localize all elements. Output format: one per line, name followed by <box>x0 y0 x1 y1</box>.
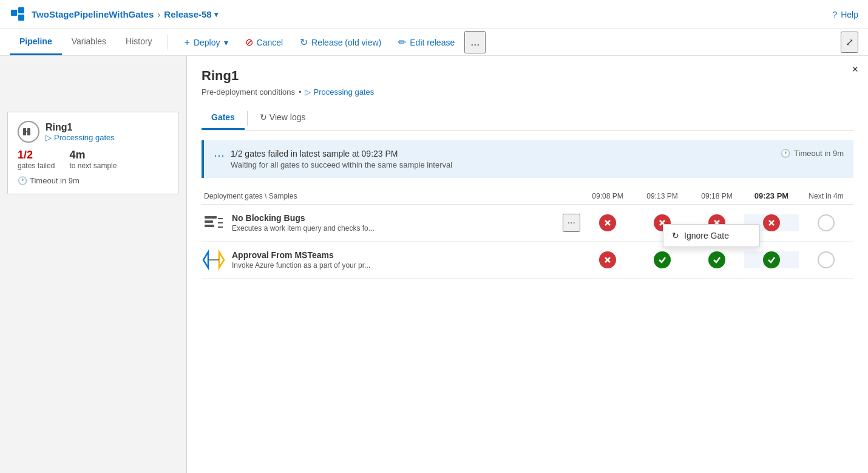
panel-subtitle: Pre-deployment conditions • ▷ Processing… <box>202 87 853 97</box>
no-blocking-bugs-next <box>799 214 853 231</box>
loading-spinner-icon: ⋯ <box>214 149 225 162</box>
approval-msteams-status-0 <box>580 251 635 268</box>
subtitle-dot: • <box>299 87 302 97</box>
fail-icon <box>599 251 616 268</box>
tab-divider <box>247 111 248 126</box>
approval-msteams-desc: Invoke Azure function as a part of your … <box>232 261 556 270</box>
processing-gates-link[interactable]: ▷ Processing gates <box>305 87 374 97</box>
pending-icon <box>818 251 835 268</box>
tab-variables[interactable]: Variables <box>62 29 116 55</box>
alert-content: ⋯ 1/2 gates failed in latest sample at 0… <box>214 149 452 169</box>
no-blocking-bugs-name: No Blocking Bugs <box>232 213 563 223</box>
stage-card: Ring1 ▷ Processing gates 1/2 gates faile… <box>7 112 179 194</box>
alert-box: ⋯ 1/2 gates failed in latest sample at 0… <box>202 140 853 178</box>
deploy-button[interactable]: + Deploy ▾ <box>177 33 236 52</box>
left-panel: Ring1 ▷ Processing gates 1/2 gates faile… <box>0 56 187 473</box>
processing-gates-link-icon: ▷ <box>305 87 311 97</box>
release-dropdown-icon: ▾ <box>214 10 218 19</box>
right-panel: × Ring1 Pre-deployment conditions • ▷ Pr… <box>187 56 868 473</box>
ignore-gate-menu-item[interactable]: ↻ Ignore Gate <box>663 225 759 247</box>
success-icon <box>654 251 671 268</box>
svg-rect-2 <box>18 15 24 21</box>
tab-history[interactable]: History <box>116 29 162 55</box>
success-icon <box>708 251 725 268</box>
gates-table-container: Deployment gates \ Samples 09:08 PM 09:1… <box>202 188 853 279</box>
help-button[interactable]: ? Help <box>832 10 858 19</box>
stage-status-link[interactable]: ▷ Processing gates <box>46 133 115 142</box>
approval-msteams-status-3 <box>744 251 799 268</box>
pre-deployment-text: Pre-deployment conditions <box>202 87 295 97</box>
no-blocking-bugs-info: No Blocking Bugs Executes a work item qu… <box>232 213 563 233</box>
help-icon: ? <box>832 10 837 19</box>
fail-icon <box>599 214 616 231</box>
stage-stats: 1/2 gates failed 4m to next sample <box>18 149 169 170</box>
approval-msteams-name: Approval From MSTeams <box>232 250 556 260</box>
expand-button[interactable]: ⤢ <box>841 32 858 53</box>
col-gate-header: Deployment gates \ Samples <box>202 192 580 200</box>
release-name[interactable]: Release-58 ▾ <box>164 9 217 19</box>
approval-msteams-next <box>799 251 853 268</box>
no-blocking-bugs-desc: Executes a work item query and checks fo… <box>232 224 563 233</box>
breadcrumb: TwoStagePipelineWithGates › Release-58 ▾ <box>32 9 218 19</box>
panel-content: Ring1 Pre-deployment conditions • ▷ Proc… <box>187 56 868 291</box>
col-time-2: 09:18 PM <box>690 192 744 200</box>
col-time-0: 09:08 PM <box>580 192 635 200</box>
top-bar: TwoStagePipelineWithGates › Release-58 ▾… <box>0 0 868 29</box>
stage-timeout: 🕐 Timeout in 9m <box>18 176 169 185</box>
timeout-clock-icon: 🕐 <box>781 149 790 158</box>
col-time-3: 09:23 PM <box>744 191 799 200</box>
tab-gates[interactable]: Gates <box>202 106 245 130</box>
stage-info: Ring1 ▷ Processing gates <box>46 122 115 142</box>
alert-title: 1/2 gates failed in latest sample at 09:… <box>231 149 452 158</box>
breadcrumb-sep: › <box>157 9 160 19</box>
cancel-button[interactable]: ⊘ Cancel <box>238 33 291 52</box>
ignore-gate-icon: ↻ <box>672 231 679 240</box>
svg-rect-0 <box>11 10 17 16</box>
stage-icon <box>18 121 39 143</box>
svg-rect-4 <box>27 128 30 135</box>
context-menu: ↻ Ignore Gate <box>663 224 760 247</box>
svg-rect-8 <box>205 225 214 227</box>
edit-release-button[interactable]: ✏ Edit release <box>391 33 462 52</box>
table-header: Deployment gates \ Samples 09:08 PM 09:1… <box>202 188 853 205</box>
approval-msteams-status-1 <box>635 251 690 268</box>
svg-rect-3 <box>23 128 26 135</box>
panel-tabs: Gates ↻ View logs <box>202 106 853 131</box>
no-blocking-bugs-icon <box>202 211 226 235</box>
gate-row-approval-msteams: Approval From MSTeams Invoke Azure funct… <box>202 242 853 279</box>
no-blocking-bugs-more-button[interactable]: ··· <box>563 214 580 232</box>
processing-gates-icon: ▷ <box>46 133 52 142</box>
edit-icon: ✏ <box>398 36 406 48</box>
cancel-icon: ⊘ <box>245 36 253 48</box>
close-button[interactable]: × <box>852 63 858 76</box>
view-logs-icon: ↻ <box>260 112 270 122</box>
more-options-button[interactable]: ... <box>464 31 486 53</box>
stage-title: Ring1 <box>46 122 115 133</box>
nav-divider <box>167 35 168 50</box>
approval-msteams-info: Approval From MSTeams Invoke Azure funct… <box>232 250 556 270</box>
nav-bar: Pipeline Variables History + Deploy ▾ ⊘ … <box>0 29 868 56</box>
success-icon <box>763 251 780 268</box>
release-old-view-button[interactable]: ↻ Release (old view) <box>293 33 388 52</box>
deploy-chevron-icon: ▾ <box>224 38 228 47</box>
approval-msteams-status-2 <box>690 251 744 268</box>
svg-marker-20 <box>203 252 208 268</box>
next-sample-stat: 4m to next sample <box>69 149 117 170</box>
stage-card-header: Ring1 ▷ Processing gates <box>18 121 169 143</box>
old-view-icon: ↻ <box>300 36 308 48</box>
gates-failed-stat: 1/2 gates failed <box>18 149 55 170</box>
pending-icon <box>818 214 835 231</box>
col-next-header: Next in 4m <box>799 192 853 200</box>
top-bar-left: TwoStagePipelineWithGates › Release-58 ▾ <box>10 6 218 23</box>
azure-devops-icon <box>10 6 27 23</box>
svg-marker-21 <box>219 252 224 268</box>
main-layout: Ring1 ▷ Processing gates 1/2 gates faile… <box>0 56 868 473</box>
svg-rect-7 <box>205 220 213 223</box>
alert-text: 1/2 gates failed in latest sample at 09:… <box>231 149 452 169</box>
pipeline-name[interactable]: TwoStagePipelineWithGates <box>32 9 154 19</box>
tab-view-logs[interactable]: ↻ View logs <box>250 106 316 130</box>
col-time-1: 09:13 PM <box>635 192 690 200</box>
tab-pipeline[interactable]: Pipeline <box>10 29 62 55</box>
fail-icon <box>763 214 780 231</box>
deploy-icon: + <box>185 37 190 48</box>
